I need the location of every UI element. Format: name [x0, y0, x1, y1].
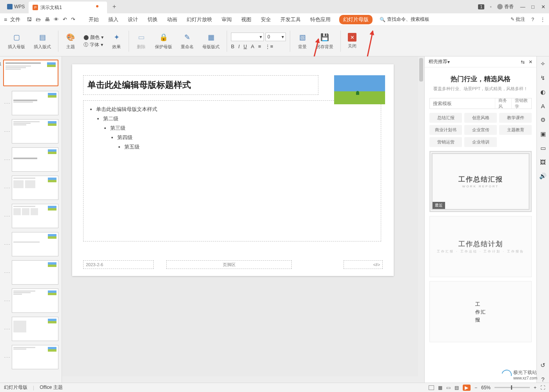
slideshow-button[interactable]: ▶ — [463, 385, 471, 391]
tab-review[interactable]: 审阅 — [221, 15, 233, 25]
file-menu[interactable]: 文件 — [10, 16, 20, 23]
slide-editor[interactable]: 单击此处编辑母版标题样式 单击此处编辑母版文本样式 第二级 第三级 第四级 第五… — [62, 56, 424, 383]
material-icon[interactable]: ▣ — [540, 131, 546, 138]
tab-animation[interactable]: 动画 — [166, 15, 178, 25]
body-placeholder[interactable]: 单击此处编辑母版文本样式 第二级 第三级 第四级 第五级 — [83, 100, 381, 241]
date-placeholder[interactable]: 2023-2-6 — [83, 260, 154, 269]
panel-title[interactable]: 稻壳推荐 — [429, 58, 447, 65]
rename-button[interactable]: ✎重命名 — [178, 29, 197, 53]
tab-devtools[interactable]: 开发工具 — [280, 15, 302, 25]
comments-button[interactable]: ✎ 批注 — [511, 16, 525, 23]
search-tag2[interactable]: 营销教学 — [511, 98, 531, 109]
ai-icon[interactable]: ✧ — [540, 60, 545, 67]
footer-placeholder[interactable]: 页脚区 — [166, 260, 292, 269]
maximize-button[interactable]: □ — [529, 4, 536, 10]
horizontal-scrollbar[interactable] — [62, 376, 418, 383]
image-placeholder[interactable] — [334, 75, 385, 104]
history-icon[interactable]: ↺ — [540, 362, 545, 369]
zoom-out-button[interactable]: − — [474, 385, 477, 390]
master-thumbnail[interactable] — [3, 60, 58, 86]
tag-item[interactable]: 营销运营 — [429, 137, 462, 147]
template-card[interactable]: 工作总结汇报 WORK REPORT 最近 — [429, 151, 532, 212]
close-master-button[interactable]: ✕关闭 — [345, 29, 360, 53]
pin-icon[interactable]: ⇆ — [521, 59, 525, 65]
print-preview-icon[interactable]: 👁 — [54, 16, 59, 22]
layout-thumbnail[interactable] — [12, 91, 58, 115]
settings-icon[interactable]: ⚙ — [540, 116, 545, 123]
user-menu[interactable]: 香香 — [497, 4, 514, 10]
background-button[interactable]: ▧背景 — [294, 29, 311, 53]
template-card[interactable]: 工作总结计划 工作汇报 · 工作总结 · 工作计划 · 工作报告 — [429, 216, 532, 277]
bold-button[interactable]: B — [231, 44, 235, 49]
tab-view[interactable]: 视图 — [240, 15, 252, 25]
text-icon[interactable]: A — [541, 103, 545, 109]
save-icon[interactable]: 🖫 — [27, 16, 32, 22]
zoom-value[interactable]: 65% — [481, 385, 491, 390]
slidenum-placeholder[interactable]: <#> — [344, 260, 383, 269]
sorter-view-icon[interactable]: ▦ — [438, 385, 442, 390]
search-tag1[interactable]: 商务风 — [495, 98, 511, 109]
layout-thumbnail[interactable] — [12, 119, 58, 143]
tab-transition[interactable]: 切换 — [147, 15, 158, 25]
tab-slideshow[interactable]: 幻灯片放映 — [186, 15, 213, 25]
select-icon[interactable]: ↯ — [540, 74, 545, 82]
tab-insert[interactable]: 插入 — [107, 15, 119, 25]
tag-item[interactable]: 教学课件 — [499, 113, 532, 123]
tag-item[interactable]: 企业培训 — [464, 137, 497, 147]
document-tab[interactable]: P 演示文稿1 — [29, 2, 107, 13]
skin-icon[interactable]: ⭑ — [490, 4, 492, 9]
italic-button[interactable]: I — [238, 44, 240, 49]
add-tab-button[interactable]: + — [109, 1, 120, 12]
support-icon[interactable]: ? — [541, 376, 544, 383]
theme-button[interactable]: 🎨主题 — [62, 29, 79, 53]
title-placeholder[interactable]: 单击此处编辑母版标题样式 — [83, 75, 318, 95]
insert-layout-button[interactable]: ▤插入版式 — [31, 29, 54, 53]
layout-thumbnail[interactable] — [12, 317, 58, 341]
effect-button[interactable]: ✦效果 — [108, 29, 125, 53]
search-input[interactable] — [430, 101, 495, 106]
template-list[interactable]: 工作总结汇报 WORK REPORT 最近 工作总结计划 工作汇报 · 工作总结… — [425, 151, 536, 383]
tag-item[interactable]: 总结汇报 — [429, 113, 462, 123]
font-color-button[interactable]: A — [251, 44, 255, 49]
template-search[interactable]: 商务风 营销教学 — [429, 98, 532, 109]
tab-security[interactable]: 安全 — [260, 15, 272, 25]
search-command[interactable]: 🔍 查找命令、搜索模板 — [380, 16, 429, 23]
wps-logo[interactable]: WPS — [3, 0, 29, 13]
image-icon[interactable]: 🖼 — [540, 159, 546, 165]
close-window-button[interactable]: ✕ — [540, 4, 547, 10]
shape-icon[interactable]: ◐ — [540, 89, 545, 96]
tag-item[interactable]: 企业宣传 — [464, 125, 497, 135]
underline-button[interactable]: U — [244, 44, 247, 49]
undo-icon[interactable]: ↶ — [63, 16, 67, 22]
notification-badge[interactable]: 1 — [478, 4, 484, 9]
layout-thumbnail[interactable] — [12, 204, 58, 228]
layout-thumbnail[interactable] — [12, 289, 58, 313]
numbering-button[interactable]: ⋮≡ — [265, 44, 273, 49]
notes-view-icon[interactable]: ▤ — [454, 385, 459, 390]
template-card[interactable]: 工作汇报 — [429, 281, 532, 342]
layout-thumbnail[interactable] — [12, 260, 58, 285]
reading-view-icon[interactable]: ▭ — [446, 385, 451, 390]
menu-icon[interactable]: ≡ — [4, 16, 7, 23]
open-icon[interactable]: 🗁 — [36, 16, 41, 22]
audio-icon[interactable]: 🔊 — [539, 172, 547, 180]
tag-item[interactable]: 主题教育 — [499, 125, 532, 135]
insert-master-button[interactable]: ▢插入母版 — [5, 29, 28, 53]
clipboard-icon[interactable]: ▭ — [540, 145, 546, 152]
tag-item[interactable]: 创意风格 — [464, 113, 497, 123]
layout-thumbnail[interactable] — [12, 147, 58, 172]
font-dropdown[interactable]: ⓣ字体▾ — [84, 42, 104, 48]
close-panel-icon[interactable]: ✕ — [529, 59, 533, 65]
minimize-button[interactable]: — — [519, 4, 526, 10]
layout-format-button[interactable]: ▦母版版式 — [199, 29, 223, 53]
layout-thumbnail[interactable] — [12, 176, 58, 200]
font-name-combo[interactable]: ▾ — [231, 33, 264, 41]
delete-button[interactable]: ▭删除 — [133, 29, 149, 53]
layout-thumbnail[interactable] — [12, 232, 58, 256]
tag-item[interactable]: 商业计划书 — [429, 125, 462, 135]
tab-special[interactable]: 特色应用 — [309, 15, 331, 25]
layout-thumbnail[interactable] — [12, 345, 58, 369]
fit-button[interactable]: ⛶ — [540, 385, 545, 390]
normal-view-icon[interactable] — [429, 385, 434, 390]
help-button[interactable]: ? — [531, 17, 534, 22]
